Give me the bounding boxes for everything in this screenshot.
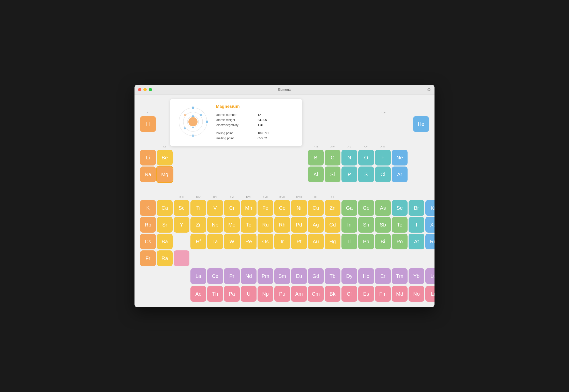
element-Cu[interactable]: Cu xyxy=(308,200,324,216)
element-Pr[interactable]: Pr xyxy=(224,268,240,284)
element-Fm[interactable]: Fm xyxy=(375,286,391,302)
element-Ba[interactable]: Ba xyxy=(157,234,173,249)
element-Ge[interactable]: Ge xyxy=(358,200,374,216)
element-In[interactable]: In xyxy=(341,217,357,233)
element-Br[interactable]: Br xyxy=(409,200,424,216)
element-Xe[interactable]: Xe xyxy=(425,217,435,233)
element-Y[interactable]: Y xyxy=(174,217,189,233)
element-Nb[interactable]: Nb xyxy=(207,217,223,233)
element-C[interactable]: C xyxy=(325,150,340,165)
element-Be[interactable]: Be xyxy=(157,150,173,165)
element-K[interactable]: K xyxy=(140,200,156,216)
element-Md[interactable]: Md xyxy=(392,286,408,302)
element-Hf[interactable]: Hf xyxy=(190,234,206,249)
element-Ne[interactable]: Ne xyxy=(392,150,408,165)
element-At[interactable]: At xyxy=(409,234,424,249)
element-Sn[interactable]: Sn xyxy=(358,217,374,233)
element-Zr[interactable]: Zr xyxy=(190,217,206,233)
element-Pu[interactable]: Pu xyxy=(274,286,290,302)
element-Ca[interactable]: Ca xyxy=(157,200,173,216)
element-Sc[interactable]: Sc xyxy=(174,200,189,216)
element-Rh[interactable]: Rh xyxy=(274,217,290,233)
element-Ta[interactable]: Ta xyxy=(207,234,223,249)
maximize-button[interactable] xyxy=(149,88,152,91)
element-Tm[interactable]: Tm xyxy=(392,268,408,284)
element-Rn[interactable]: Rn xyxy=(425,234,435,249)
element-Mo[interactable]: Mo xyxy=(224,217,240,233)
element-V[interactable]: V xyxy=(207,200,223,216)
element-Cd[interactable]: Cd xyxy=(325,217,340,233)
element-Na[interactable]: Na xyxy=(140,167,156,182)
element-Ga[interactable]: Ga xyxy=(341,200,357,216)
element-As[interactable]: As xyxy=(375,200,391,216)
element-Co[interactable]: Co xyxy=(274,200,290,216)
element-La[interactable]: La xyxy=(190,268,206,284)
element-He[interactable]: He xyxy=(413,116,429,132)
element-F[interactable]: F xyxy=(375,150,391,165)
element-H[interactable]: H xyxy=(140,116,156,132)
element-Pa[interactable]: Pa xyxy=(224,286,240,302)
element-Dy[interactable]: Dy xyxy=(341,268,357,284)
element-W[interactable]: W xyxy=(224,234,240,249)
element-Np[interactable]: Np xyxy=(258,286,273,302)
element-Fe[interactable]: Fe xyxy=(258,200,273,216)
element-Te[interactable]: Te xyxy=(392,217,408,233)
element-Sm[interactable]: Sm xyxy=(274,268,290,284)
element-U[interactable]: U xyxy=(241,286,257,302)
element-Pd[interactable]: Pd xyxy=(291,217,307,233)
element-Ar[interactable]: Ar xyxy=(392,167,408,182)
element-Sb[interactable]: Sb xyxy=(375,217,391,233)
element-Eu[interactable]: Eu xyxy=(291,268,307,284)
element-Ag[interactable]: Ag xyxy=(308,217,324,233)
element-Bi[interactable]: Bi xyxy=(375,234,391,249)
element-Er[interactable]: Er xyxy=(375,268,391,284)
element-Lu[interactable]: Lu xyxy=(425,268,435,284)
element-Tl[interactable]: Tl xyxy=(341,234,357,249)
element-Hg[interactable]: Hg xyxy=(325,234,340,249)
element-Am[interactable]: Am xyxy=(291,286,307,302)
element-Se[interactable]: Se xyxy=(392,200,408,216)
minimize-button[interactable] xyxy=(143,88,147,91)
element-Tb[interactable]: Tb xyxy=(325,268,340,284)
settings-button[interactable]: ⚙ xyxy=(427,87,431,93)
element-No[interactable]: No xyxy=(409,286,424,302)
element-Cr[interactable]: Cr xyxy=(224,200,240,216)
element-Cf[interactable]: Cf xyxy=(341,286,357,302)
element-Bk[interactable]: Bk xyxy=(325,286,340,302)
element-Rb[interactable]: Rb xyxy=(140,217,156,233)
element-N[interactable]: N xyxy=(341,150,357,165)
element-O[interactable]: O xyxy=(358,150,374,165)
element-Si[interactable]: Si xyxy=(325,167,340,182)
element-Zn[interactable]: Zn xyxy=(325,200,340,216)
element-Ac[interactable]: Ac xyxy=(190,286,206,302)
element-Cs[interactable]: Cs xyxy=(140,234,156,249)
element-Pm[interactable]: Pm xyxy=(258,268,273,284)
element-Ce[interactable]: Ce xyxy=(207,268,223,284)
element-Nd[interactable]: Nd xyxy=(241,268,257,284)
element-Mg[interactable]: Mg xyxy=(157,167,173,182)
element-Ti[interactable]: Ti xyxy=(190,200,206,216)
element-Sr[interactable]: Sr xyxy=(157,217,173,233)
element-Pb[interactable]: Pb xyxy=(358,234,374,249)
element-I[interactable]: I xyxy=(409,217,424,233)
element-Yb[interactable]: Yb xyxy=(409,268,424,284)
element-Es[interactable]: Es xyxy=(358,286,374,302)
element-Li[interactable]: Li xyxy=(140,150,156,165)
element-B[interactable]: B xyxy=(308,150,324,165)
element-Pt[interactable]: Pt xyxy=(291,234,307,249)
element-Po[interactable]: Po xyxy=(392,234,408,249)
element-Lr[interactable]: Lr xyxy=(425,286,435,302)
element-Ir[interactable]: Ir xyxy=(274,234,290,249)
element-Ho[interactable]: Ho xyxy=(358,268,374,284)
element-Fr[interactable]: Fr xyxy=(140,250,156,266)
element-Ru[interactable]: Ru xyxy=(258,217,273,233)
element-Ni[interactable]: Ni xyxy=(291,200,307,216)
element-Gd[interactable]: Gd xyxy=(308,268,324,284)
close-button[interactable] xyxy=(138,88,141,91)
element-Au[interactable]: Au xyxy=(308,234,324,249)
element-Th[interactable]: Th xyxy=(207,286,223,302)
element-Al[interactable]: Al xyxy=(308,167,324,182)
element-S[interactable]: S xyxy=(358,167,374,182)
element-Ac-placeholder[interactable] xyxy=(174,250,189,266)
element-Mn[interactable]: Mn xyxy=(241,200,257,216)
